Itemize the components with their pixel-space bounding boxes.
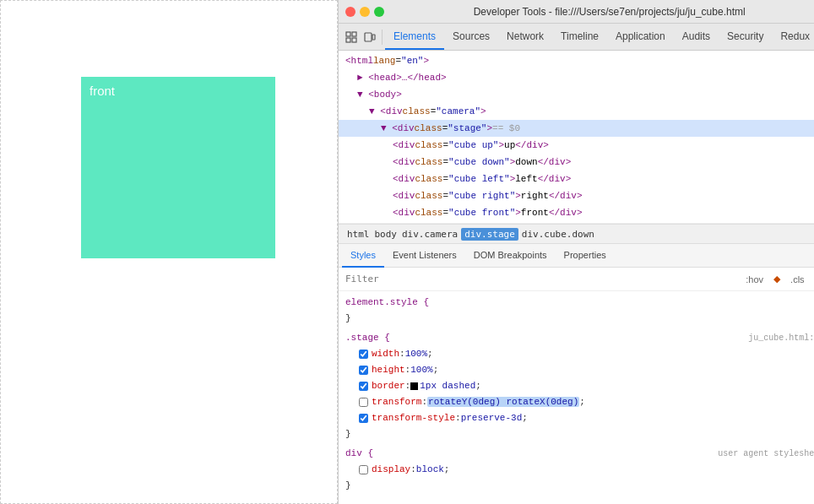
css-rule-block: div {user agent stylesheetdisplay: block… [339, 446, 814, 494]
tab-sources[interactable]: Sources [444, 24, 498, 50]
filter-actions: :hov ◆ .cls + [743, 271, 814, 287]
svg-rect-2 [346, 38, 350, 42]
breadcrumb: html body div.camera div.stage div.cube.… [339, 224, 814, 244]
css-selector-line: element.style { [339, 295, 814, 311]
html-tree: <html lang="en">► <head>…</head>▼ <body>… [339, 51, 814, 224]
tree-line[interactable]: <div class="cube left">left</div> [339, 171, 814, 187]
css-property-checkbox[interactable] [359, 382, 368, 391]
cube-front-face: front [81, 77, 275, 258]
device-button[interactable] [361, 28, 379, 46]
tab-audits[interactable]: Audits [674, 24, 719, 50]
css-property-line[interactable]: display: block; [339, 462, 814, 478]
css-property-checkbox[interactable] [359, 465, 368, 474]
css-property-line[interactable]: border: 1px dashed; [339, 378, 814, 394]
hov-button[interactable]: :hov [743, 274, 766, 285]
cls-button[interactable]: .cls [788, 274, 807, 285]
tree-line[interactable]: ► <head>…</head> [339, 69, 814, 86]
tab-redux[interactable]: Redux [772, 24, 814, 50]
styles-tab-dom-breakpoints[interactable]: DOM Breakpoints [465, 244, 556, 268]
svg-rect-3 [352, 38, 356, 42]
css-rule-block: .stage {ju_cube.html:13width: 100%;heigh… [339, 330, 814, 442]
styles-tab-properties[interactable]: Properties [556, 244, 615, 268]
breadcrumb-item-2[interactable]: div.camera [400, 229, 459, 240]
css-rule-block: element.style {} [339, 295, 814, 327]
styles-tab-bar: StylesEvent ListenersDOM BreakpointsProp… [339, 244, 814, 268]
filter-input[interactable] [345, 274, 743, 285]
svg-rect-0 [346, 32, 350, 36]
css-property-line[interactable]: transform: rotateY(0deg) rotateX(0deg); [339, 394, 814, 410]
inspect-button[interactable] [342, 28, 361, 46]
inspect-icon [345, 30, 358, 44]
minimize-button[interactable] [360, 7, 370, 17]
diamond-button[interactable]: ◆ [771, 273, 783, 285]
css-property-checkbox[interactable] [359, 366, 368, 375]
webpage-preview: front [0, 0, 338, 504]
css-property-checkbox[interactable] [359, 398, 368, 407]
css-close-brace: } [339, 478, 814, 494]
tree-line[interactable]: <div class="cube right">right</div> [339, 187, 814, 204]
tab-elements[interactable]: Elements [385, 24, 444, 50]
breadcrumb-item-1[interactable]: body [373, 229, 399, 240]
cube-front-label: front [90, 84, 115, 98]
css-rules-panel: element.style {}.stage {ju_cube.html:13w… [339, 291, 814, 504]
filter-bar: :hov ◆ .cls + [339, 268, 814, 291]
css-property-line[interactable]: height: 100%; [339, 362, 814, 378]
color-swatch[interactable] [410, 382, 418, 390]
close-button[interactable] [345, 7, 355, 17]
styles-tab-styles[interactable]: Styles [342, 244, 384, 268]
maximize-button[interactable] [374, 7, 384, 17]
tab-application[interactable]: Application [607, 24, 674, 50]
css-close-brace: } [339, 426, 814, 442]
css-property-line[interactable]: transform-style: preserve-3d; [339, 410, 814, 426]
css-selector-line: .stage {ju_cube.html:13 [339, 330, 814, 346]
breadcrumb-item-0[interactable]: html [345, 229, 372, 240]
svg-rect-1 [352, 32, 356, 36]
tree-line[interactable]: ▼ <div class="stage"> == $0 [339, 120, 814, 137]
breadcrumb-item-3[interactable]: div.stage [461, 228, 518, 241]
css-property-checkbox[interactable] [359, 414, 368, 423]
styles-tab-event-listeners[interactable]: Event Listeners [384, 244, 465, 268]
css-selector-line: div {user agent stylesheet [339, 446, 814, 462]
tree-line[interactable]: <div class="cube down">down</div> [339, 154, 814, 171]
device-icon [363, 30, 377, 44]
breadcrumb-item-4[interactable]: div.cube.down [520, 229, 596, 240]
css-property-line[interactable]: width: 100%; [339, 346, 814, 362]
devtools-panel: Developer Tools - file:///Users/se7en/pr… [338, 0, 814, 504]
tree-line[interactable]: <html lang="en"> [339, 52, 814, 69]
tree-line[interactable]: <div class="cube front">front</div> [339, 204, 814, 221]
svg-rect-5 [372, 35, 375, 40]
tab-timeline[interactable]: Timeline [552, 24, 607, 50]
tab-network[interactable]: Network [498, 24, 552, 50]
traffic-lights [345, 7, 384, 17]
tree-line[interactable]: <div class="cube up">up</div> [339, 137, 814, 154]
titlebar: Developer Tools - file:///Users/se7en/pr… [339, 0, 814, 24]
tab-security[interactable]: Security [719, 24, 772, 50]
tree-line[interactable]: ▼ <body> [339, 86, 814, 103]
css-close-brace: } [339, 311, 814, 327]
svg-rect-4 [365, 33, 372, 41]
window-title: Developer Tools - file:///Users/se7en/pr… [394, 6, 814, 18]
tree-line[interactable]: ▼ <div class="camera"> [339, 103, 814, 120]
toolbar-divider [382, 30, 383, 45]
css-property-checkbox[interactable] [359, 350, 368, 359]
